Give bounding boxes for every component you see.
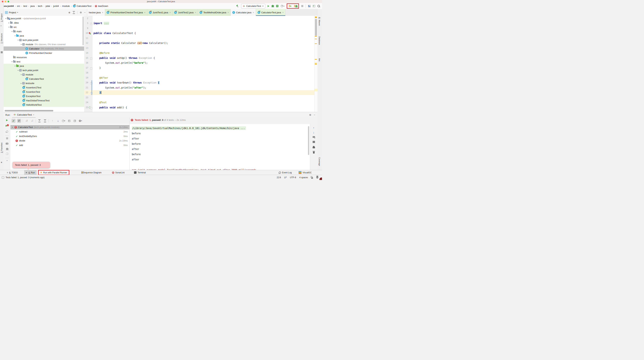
tree-row[interactable]: CCalculatorTest (4, 77, 84, 81)
sidebar-item-favorites[interactable]: 2: Favorites (0, 143, 3, 153)
line-ending[interactable]: LF (284, 176, 287, 179)
gear-icon[interactable]: ⚙ (80, 11, 82, 14)
tree-row[interactable]: ▾tech.pdai.junit4 (4, 38, 84, 42)
tree-row[interactable]: CExceptionTest (4, 94, 84, 98)
fold-marker[interactable]: − (90, 56, 92, 59)
debug-with-parallel-runner-button[interactable] (294, 4, 297, 7)
tool-stripe-icon[interactable] (1, 51, 3, 53)
code-line[interactable]: 20− public void tearDown() throws Except… (84, 80, 314, 85)
maximize-window-button[interactable] (8, 1, 9, 2)
tree-expander-icon[interactable]: ▾ (12, 126, 14, 128)
toolwindow-run-button[interactable]: 4: Run (24, 170, 36, 175)
print-icon[interactable] (310, 146, 317, 148)
clear-console-icon[interactable] (310, 151, 317, 154)
sort-alphabetically-icon[interactable]: ↓az (24, 119, 28, 123)
more-actions-icon[interactable]: » (4, 159, 10, 161)
profiler-button[interactable]: ▾ (281, 5, 284, 7)
tree-row[interactable]: CHasGlobalTimeoutTest (4, 98, 84, 103)
tree-row[interactable]: CPrimeNumberChecker (4, 51, 84, 55)
run-anything-icon[interactable] (313, 5, 315, 7)
tree-row[interactable]: CCalculator0% methods, 0% lines (4, 46, 84, 51)
code-line[interactable]: 2 (84, 16, 314, 21)
expand-all-icon[interactable]: ▾ (38, 119, 42, 123)
tree-row[interactable]: ▾java-junit4~/pdai/www/java-junit4 (4, 16, 84, 20)
test-result-row[interactable]: !divide2s 10ms (10, 138, 130, 143)
tree-row[interactable]: ▾java (4, 64, 84, 68)
breadcrumb-item[interactable]: junit4 (53, 5, 59, 7)
console-scrollbar[interactable] (308, 126, 309, 155)
rerun-button[interactable] (4, 119, 10, 121)
file-encoding[interactable]: UTF-8 (290, 176, 296, 179)
breadcrumb-item[interactable]: mtearDown (95, 5, 108, 7)
status-message[interactable]: Tests failed: 1, passed: 3 (moments ago) (6, 176, 44, 179)
breadcrumb-item[interactable]: java (30, 5, 35, 7)
run-with-parallel-runner-button[interactable]: Run with Parallel Runner (38, 170, 69, 175)
editor-tab[interactable]: CJunitTest1.java× (147, 9, 173, 16)
sidebar-item-project[interactable]: 1: Project (0, 13, 3, 22)
close-icon[interactable]: × (195, 11, 196, 14)
test-result-row[interactable]: ✓testDivideByZero0ms (10, 134, 130, 138)
hide-panel-icon[interactable]: − (314, 114, 315, 116)
code-line[interactable]: 22− } (84, 90, 314, 95)
close-icon[interactable]: × (228, 11, 229, 14)
close-icon[interactable]: × (102, 11, 103, 14)
fold-marker[interactable]: − (90, 66, 92, 69)
hide-panel-icon[interactable]: − (84, 11, 86, 14)
tree-expander-icon[interactable]: ▸ (20, 82, 22, 84)
tree-expander-icon[interactable]: ▾ (11, 61, 13, 63)
scroll-down-icon[interactable]: ↓ (310, 131, 317, 134)
breadcrumb-item[interactable]: tech (38, 5, 42, 7)
sidebar-item-coverage[interactable]: Coverage (318, 157, 320, 166)
code-line[interactable]: 17− } (84, 65, 314, 70)
code-editor[interactable]: 23+import ...910public class CalculatorT… (84, 16, 314, 112)
tree-row[interactable]: ▾java (4, 33, 84, 38)
show-ignored-toggle[interactable] (17, 119, 21, 123)
import-test-results-icon[interactable] (67, 119, 71, 123)
run-configuration-select[interactable]: CalculatorTest ▼ (241, 4, 265, 8)
tree-row[interactable]: ▸testsuite (4, 81, 84, 85)
editor-tab[interactable]: CTestMethodOrder.java× (198, 9, 231, 16)
code-line[interactable]: 15− public void setUp() throws Exception… (84, 55, 314, 60)
editor-tab[interactable]: CJunitTest2.java× (172, 9, 198, 16)
thread-dump-icon[interactable] (4, 143, 10, 145)
tree-row[interactable]: CAssertion2Test (4, 85, 84, 90)
tree-expander-icon[interactable]: ▾ (5, 17, 7, 19)
tree-expander-icon[interactable]: ▾ (20, 43, 22, 45)
tree-expander-icon[interactable]: ▾ (14, 35, 16, 37)
lock-icon[interactable] (311, 177, 313, 179)
tree-row[interactable]: ▾test (4, 59, 84, 64)
breadcrumb-item[interactable]: pdai (46, 5, 50, 7)
sidebar-item-database[interactable]: Database (318, 36, 320, 45)
code-line[interactable]: 18 (84, 70, 314, 75)
tree-row[interactable]: ▾tech.pdai.junit4 (4, 68, 84, 72)
tree-expander-icon[interactable]: ▸ (8, 22, 10, 24)
fold-marker[interactable]: − (90, 106, 92, 109)
tree-row[interactable]: ▾main (4, 29, 84, 33)
toolwindow-terminal-button[interactable]: >_ Terminal (134, 170, 146, 175)
close-icon[interactable]: × (170, 11, 171, 14)
collapse-all-icon[interactable]: ▴ (73, 11, 75, 14)
tree-expander-icon[interactable]: ▾ (17, 69, 19, 71)
gear-icon[interactable]: ⚙ (309, 114, 311, 116)
star-icon[interactable]: ★ (0, 161, 2, 164)
run-button[interactable] (268, 5, 270, 7)
toolwindow-todo-button[interactable]: ≡ 6: TODO (7, 170, 18, 175)
test-result-row[interactable]: ✓add0ms (10, 143, 130, 147)
tree-expander-icon[interactable]: ▾ (20, 74, 22, 76)
editor-tab[interactable]: CCalculatorTest.java× (256, 9, 286, 16)
close-icon[interactable]: × (282, 11, 284, 14)
toolwindow-sonarlint-button[interactable]: SonarLint (112, 170, 124, 175)
tree-expander-icon[interactable]: ▾ (17, 39, 19, 41)
minimize-window-button[interactable] (5, 1, 6, 2)
breadcrumb-item[interactable]: src (17, 5, 20, 7)
sidebar-item-structure[interactable]: 7: Structure (0, 33, 3, 43)
fold-marker[interactable]: + (90, 21, 92, 25)
editor-tab[interactable]: CCalculator.java× (231, 9, 256, 16)
indent-setting[interactable]: 4 spaces (299, 176, 308, 179)
tree-row[interactable]: CAssertionTest (4, 90, 84, 94)
toggle-auto-test-button[interactable] (4, 130, 10, 133)
close-icon[interactable]: × (253, 11, 254, 14)
run-class-failed-icon[interactable] (89, 32, 91, 34)
tree-expander-icon[interactable]: ▾ (11, 30, 13, 32)
code-line[interactable]: 23 (84, 95, 314, 100)
